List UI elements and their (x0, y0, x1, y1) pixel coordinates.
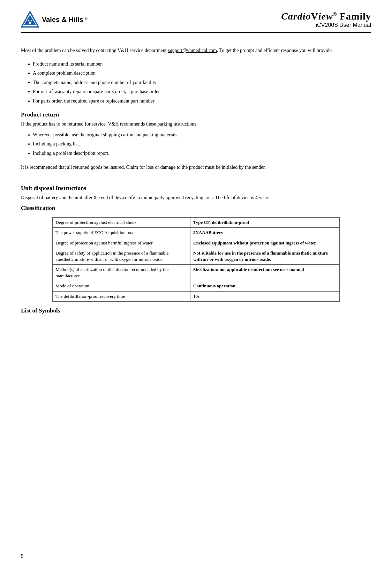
header-product-info: CardioView® Family iCV200S User Manual (281, 11, 371, 28)
list-of-symbols-heading: List of Symbols (21, 307, 371, 314)
unit-disposal-text: Disposal of battery and the unit after t… (21, 194, 371, 201)
product-return-heading: Product return (21, 111, 371, 118)
list-item: Including a packing list. (28, 140, 371, 148)
product-model: iCV200S User Manual (281, 22, 371, 28)
table-row: Degree of protection against harmful ing… (53, 238, 339, 248)
table-row: Mode of operation Continuous operation (53, 281, 339, 291)
table-cell-label: Degree of protection against harmful ing… (53, 238, 190, 248)
unit-disposal-heading: Unit disposal Instructions (21, 185, 371, 192)
table-row: Degree of safety of application in the p… (53, 248, 339, 264)
page: V Vales & Hills ® CardioView® Family iCV… (0, 0, 392, 566)
table-row: Method(s) of sterilization or disinfecti… (53, 265, 339, 281)
list-item: The complete name, address and phone num… (28, 79, 371, 86)
bullet-list-2: Wherever possible, use the original ship… (28, 131, 371, 157)
table-cell-label: Degree of safety of application in the p… (53, 248, 190, 264)
table-cell-label: The power supply of ECG Acquisition box (53, 228, 190, 238)
bullet-list-1: Product name and its serial number. A co… (28, 60, 371, 105)
list-item: Including a problem description report. (28, 150, 371, 157)
table-cell-value: Sterilization: not applicable disinfecti… (190, 265, 340, 281)
product-return-intro: If the product has to be returned for se… (21, 120, 371, 128)
support-email-link[interactable]: support@vhmedical.com (168, 48, 217, 53)
table-cell-value: 10s (190, 291, 340, 301)
list-item: Wherever possible, use the original ship… (28, 131, 371, 139)
page-header: V Vales & Hills ® CardioView® Family iCV… (21, 10, 371, 33)
table-row: The defibrillation-proof recovery time 1… (53, 291, 339, 301)
classification-table: Degree of protection against electrical … (52, 217, 339, 302)
product-return-footer: It is recommended that all returned good… (21, 164, 371, 171)
company-name: Vales & Hills ® (42, 16, 88, 24)
table-cell-value: Type CF, defibrillation-proof (190, 218, 340, 228)
list-item: A complete problem description (28, 69, 371, 77)
classification-heading: Classification (21, 205, 371, 212)
table-row: The power supply of ECG Acquisition box … (53, 228, 339, 238)
table-cell-label: Degree of protection against electrical … (53, 218, 190, 228)
table-cell-label: Mode of operation (53, 281, 190, 291)
company-logo-icon: V (21, 10, 39, 29)
intro-paragraph: Most of the problem can be solved by con… (21, 47, 371, 54)
table-row: Degree of protection against electrical … (53, 218, 339, 228)
table-cell-label: Method(s) of sterilization or disinfecti… (53, 265, 190, 281)
list-item: Product name and its serial number. (28, 60, 371, 68)
table-cell-label: The defibrillation-proof recovery time (53, 291, 190, 301)
product-title: CardioView® Family (281, 11, 371, 22)
page-number: 5 (21, 553, 23, 559)
list-item: For out-of-warranty repairs or spare par… (28, 88, 371, 96)
table-cell-value: Continuous operation (190, 281, 340, 291)
logo-area: V Vales & Hills ® (21, 10, 88, 29)
main-content: Most of the problem can be solved by con… (21, 43, 371, 320)
table-cell-value: Enclosed equipment without protection ag… (190, 238, 340, 248)
table-cell-value: Not suitable for use in the presence of … (190, 248, 340, 264)
table-cell-value: 2XAAABattery (190, 228, 340, 238)
svg-text:V: V (28, 20, 32, 25)
list-item: For parts order, the required spare or r… (28, 97, 371, 105)
